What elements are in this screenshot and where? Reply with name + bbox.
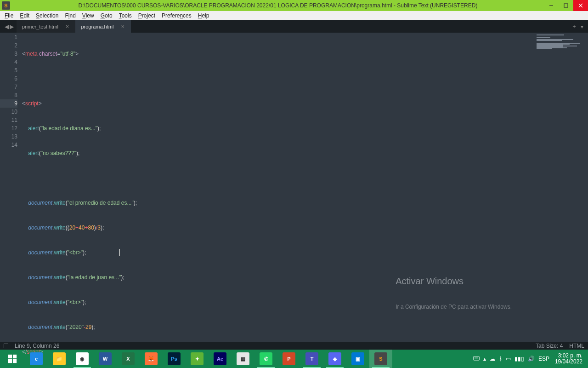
line-number-gutter: 123 456 789 101112 1314 — [0, 33, 22, 342]
taskbar-discord[interactable]: ◈ — [323, 350, 346, 368]
code-area[interactable]: <meta charset="utf-8"> <script> alert("l… — [22, 33, 533, 342]
taskbar-teams[interactable]: T — [300, 350, 323, 368]
window-maximize-button[interactable] — [559, 0, 573, 11]
taskbar-calculator[interactable]: ▦ — [232, 350, 254, 368]
menu-project[interactable]: Project — [136, 12, 158, 20]
svg-rect-5 — [13, 355, 17, 358]
window-close-button[interactable] — [573, 0, 588, 11]
tab-programa[interactable]: programa.html × — [75, 20, 131, 33]
taskbar-app[interactable]: ▣ — [346, 350, 369, 368]
new-tab-icon[interactable]: ＋ — [571, 23, 577, 30]
start-button[interactable] — [0, 350, 25, 368]
tray-clock[interactable]: 3:02 p. m. 19/04/2022 — [553, 353, 584, 365]
tab-close-icon[interactable]: × — [65, 23, 70, 30]
menu-preferences[interactable]: Preferences — [159, 12, 194, 20]
windows-activation-watermark: Activar Windows Ir a Configuración de PC… — [396, 260, 512, 328]
menu-edit[interactable]: Edit — [17, 12, 32, 20]
tab-primer-test[interactable]: primer_test.html × — [17, 20, 75, 33]
taskbar-photoshop[interactable]: Ps — [163, 350, 186, 368]
taskbar-firefox[interactable]: 🦊 — [140, 350, 163, 368]
taskbar-excel[interactable]: X — [117, 350, 140, 368]
menu-help[interactable]: Help — [195, 12, 212, 20]
nav-forward-icon[interactable]: ▶ — [10, 23, 14, 30]
svg-rect-7 — [13, 359, 17, 363]
menu-bar: File Edit Selection Find View Goto Tools… — [0, 11, 588, 20]
panel-switch-icon[interactable] — [4, 344, 8, 348]
minimap[interactable] — [533, 33, 588, 342]
window-title: D:\DOCUMENTOS\000 CURSOS-VARIOS\ORACLE P… — [12, 2, 544, 9]
taskbar-whatsapp[interactable]: ✆ — [254, 350, 277, 368]
status-tab-size[interactable]: Tab Size: 4 — [536, 343, 563, 349]
status-syntax[interactable]: HTML — [569, 343, 584, 349]
menu-file[interactable]: File — [2, 12, 16, 20]
taskbar-powerpoint[interactable]: P — [277, 350, 300, 368]
taskbar-aftereffects[interactable]: Ae — [209, 350, 232, 368]
tab-label: primer_test.html — [22, 24, 58, 29]
svg-rect-1 — [564, 4, 568, 7]
menu-goto[interactable]: Goto — [98, 12, 115, 20]
window-titlebar: S D:\DOCUMENTOS\000 CURSOS-VARIOS\ORACLE… — [0, 0, 588, 11]
app-icon: S — [2, 1, 10, 10]
menu-tools[interactable]: Tools — [116, 12, 135, 20]
menu-view[interactable]: View — [79, 12, 97, 20]
taskbar-word[interactable]: W — [94, 350, 117, 368]
svg-rect-6 — [8, 359, 12, 363]
tab-close-icon[interactable]: × — [120, 23, 125, 30]
menu-find[interactable]: Find — [62, 12, 78, 20]
tab-dropdown-icon[interactable]: ▾ — [581, 23, 583, 30]
code-editor[interactable]: 123 456 789 101112 1314 <meta charset="u… — [0, 33, 588, 342]
taskbar-sublime[interactable]: S — [369, 350, 392, 368]
nav-back-icon[interactable]: ◀ — [5, 23, 9, 30]
svg-rect-4 — [8, 355, 12, 358]
taskbar-ie[interactable]: e — [25, 350, 48, 368]
tray-language[interactable]: ESP — [538, 356, 549, 362]
taskbar-explorer[interactable]: 📁 — [48, 350, 71, 368]
tab-strip: ◀ ▶ primer_test.html × programa.html × ＋… — [0, 20, 588, 33]
menu-selection[interactable]: Selection — [33, 12, 61, 20]
tab-label: programa.html — [81, 24, 113, 29]
taskbar-chrome[interactable]: ◉ — [71, 350, 94, 368]
window-minimize-button[interactable] — [544, 0, 559, 11]
taskbar-coreldraw[interactable]: ✦ — [186, 350, 209, 368]
